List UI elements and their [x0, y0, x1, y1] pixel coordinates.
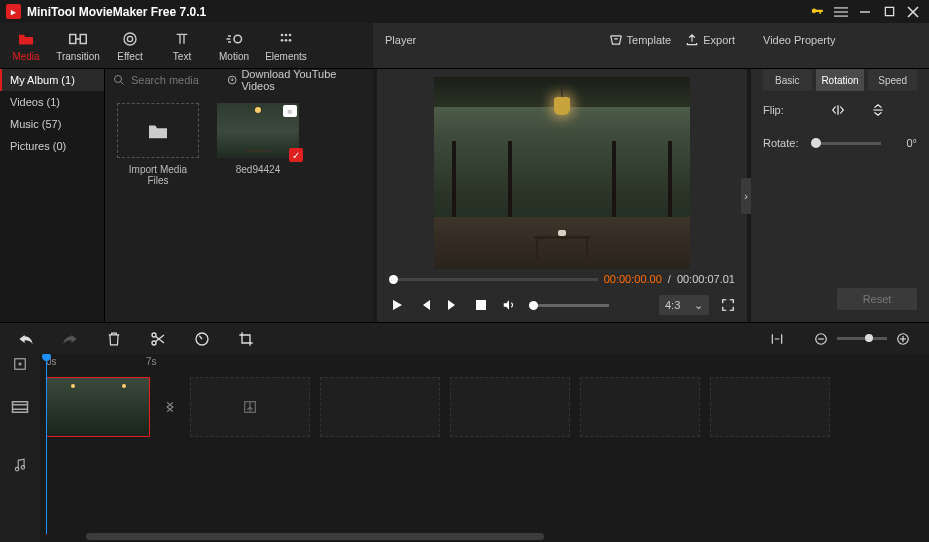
video-track[interactable]	[40, 374, 929, 440]
menu-icon[interactable]	[831, 2, 851, 22]
titlebar: ▸ MiniTool MovieMaker Free 7.0.1	[0, 0, 929, 23]
minimize-icon[interactable]	[855, 2, 875, 22]
sidebar-item-videos[interactable]: Videos (1)	[0, 91, 104, 113]
export-button[interactable]: Export	[685, 33, 735, 47]
fit-button[interactable]	[769, 331, 785, 347]
timeline-ruler[interactable]: 0s 7s	[40, 354, 929, 374]
ruler-tick: 7s	[146, 356, 157, 367]
svg-rect-2	[834, 15, 848, 16]
license-key-icon[interactable]	[807, 2, 827, 22]
player-title: Player	[385, 34, 416, 46]
app-icon: ▸	[6, 4, 21, 19]
media-panel: My Album (1) Download YouTube Videos Vid…	[0, 69, 373, 322]
speed-button[interactable]	[194, 331, 210, 347]
import-media-label: Import Media Files	[117, 164, 199, 186]
zoom-in-button[interactable]	[895, 331, 911, 347]
svg-rect-1	[834, 11, 848, 12]
stop-button[interactable]	[473, 297, 489, 313]
zoom-slider[interactable]	[837, 337, 887, 340]
folder-icon	[17, 30, 35, 48]
play-button[interactable]	[389, 297, 405, 313]
app-title: MiniTool MovieMaker Free 7.0.1	[27, 5, 206, 19]
media-clip-name: 8ed94424	[236, 164, 281, 175]
prev-frame-button[interactable]	[417, 297, 433, 313]
svg-point-13	[285, 33, 288, 36]
property-header: Video Property	[751, 23, 929, 57]
svg-point-11	[234, 35, 242, 43]
svg-rect-21	[476, 300, 486, 310]
flip-vertical-button[interactable]	[871, 103, 885, 117]
folder-icon	[147, 122, 169, 140]
delete-button[interactable]	[106, 331, 122, 347]
svg-rect-8	[80, 34, 86, 43]
zoom-out-button[interactable]	[813, 331, 829, 347]
video-badge-icon: ■	[283, 105, 297, 117]
property-panel: Basic Rotation Speed Flip: Rotate: 0°	[751, 69, 929, 322]
check-icon: ✓	[289, 148, 303, 162]
reset-button[interactable]: Reset	[837, 288, 917, 310]
search-icon	[113, 74, 125, 86]
player-header: Player Template Export	[373, 23, 747, 57]
scrub-bar[interactable]	[389, 278, 598, 281]
transition-icon	[69, 30, 87, 48]
empty-clip-slot[interactable]	[580, 377, 700, 437]
redo-button[interactable]	[62, 331, 78, 347]
horizontal-scrollbar[interactable]	[86, 533, 919, 540]
next-frame-button[interactable]	[445, 297, 461, 313]
template-button[interactable]: Template	[609, 33, 672, 47]
fullscreen-button[interactable]	[721, 298, 735, 312]
tab-elements[interactable]: Elements	[260, 23, 312, 68]
svg-point-16	[285, 39, 288, 42]
text-icon	[173, 30, 191, 48]
time-total: 00:00:07.01	[677, 273, 735, 285]
svg-rect-33	[13, 402, 28, 413]
property-tab-basic[interactable]: Basic	[763, 69, 812, 91]
svg-point-15	[281, 39, 284, 42]
empty-clip-slot[interactable]	[320, 377, 440, 437]
svg-line-19	[121, 82, 124, 85]
svg-point-9	[127, 36, 132, 41]
sidebar-item-music[interactable]: Music (57)	[0, 113, 104, 135]
tab-text[interactable]: Text	[156, 23, 208, 68]
import-media-button[interactable]	[117, 103, 199, 158]
tab-effect[interactable]: Effect	[104, 23, 156, 68]
time-current: 00:00:00.00	[604, 273, 662, 285]
sidebar-item-pictures[interactable]: Pictures (0)	[0, 135, 104, 157]
flip-horizontal-button[interactable]	[831, 103, 845, 117]
volume-slider[interactable]	[529, 304, 609, 307]
rotate-slider[interactable]	[811, 142, 881, 145]
close-icon[interactable]	[903, 2, 923, 22]
svg-point-10	[124, 33, 136, 45]
property-tab-rotation[interactable]: Rotation	[816, 69, 865, 91]
undo-button[interactable]	[18, 331, 34, 347]
search-input[interactable]	[131, 74, 221, 86]
preview-canvas[interactable]	[434, 77, 690, 269]
media-clip-thumbnail[interactable]: ■ ✓	[217, 103, 299, 158]
property-tab-speed[interactable]: Speed	[868, 69, 917, 91]
audio-track-icon	[0, 440, 40, 490]
svg-rect-4	[885, 7, 893, 15]
tab-transition[interactable]: Transition	[52, 23, 104, 68]
audio-track[interactable]	[40, 440, 929, 490]
maximize-icon[interactable]	[879, 2, 899, 22]
download-youtube-button[interactable]: Download YouTube Videos	[227, 68, 365, 92]
panel-toggle-button[interactable]: ›	[741, 178, 751, 214]
empty-clip-slot[interactable]	[190, 377, 310, 437]
video-track-icon	[0, 374, 40, 440]
svg-point-36	[15, 467, 19, 471]
crop-button[interactable]	[238, 331, 254, 347]
transition-slot-icon[interactable]	[160, 377, 180, 437]
split-button[interactable]	[150, 331, 166, 347]
volume-icon[interactable]	[501, 297, 517, 313]
sidebar-item-my-album[interactable]: My Album (1)	[0, 69, 104, 91]
empty-clip-slot[interactable]	[710, 377, 830, 437]
aspect-ratio-select[interactable]: 4:3 ⌄	[659, 295, 709, 315]
timeline-clip[interactable]	[46, 377, 150, 437]
empty-clip-slot[interactable]	[450, 377, 570, 437]
tab-media[interactable]: Media	[0, 23, 52, 68]
tab-motion[interactable]: Motion	[208, 23, 260, 68]
playhead[interactable]	[46, 354, 47, 534]
svg-point-18	[115, 76, 122, 83]
svg-point-37	[21, 466, 25, 470]
add-track-button[interactable]	[13, 357, 27, 371]
